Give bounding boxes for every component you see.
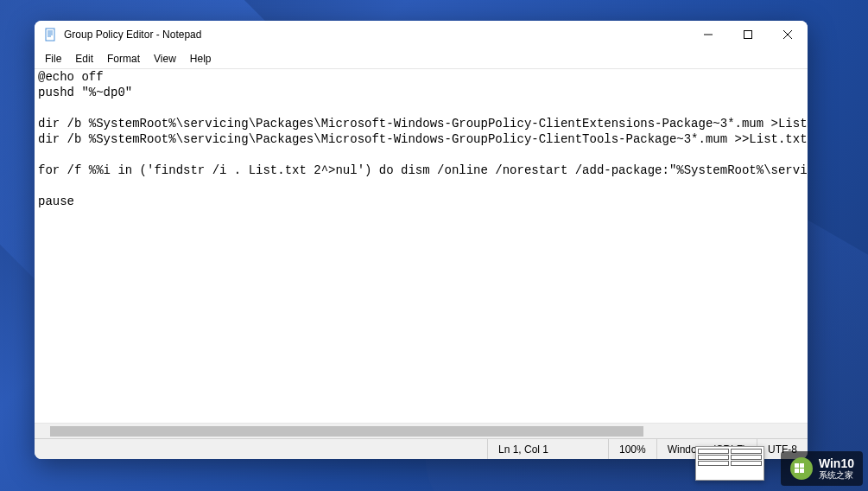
- titlebar[interactable]: Group Policy Editor - Notepad: [35, 21, 808, 48]
- editor-content[interactable]: @echo off pushd "%~dp0" dir /b %SystemRo…: [35, 69, 808, 423]
- scrollbar-track[interactable]: [50, 424, 792, 438]
- svg-rect-12: [795, 469, 799, 473]
- statusbar: Ln 1, Col 1 100% Windows (CRLF) UTF-8: [35, 438, 808, 459]
- svg-rect-11: [800, 463, 804, 468]
- svg-rect-13: [800, 469, 804, 473]
- watermark-subtitle: 系统之家: [819, 471, 854, 480]
- notepad-window: Group Policy Editor - Notepad File Edit …: [35, 21, 808, 459]
- menu-view[interactable]: View: [147, 51, 183, 67]
- horizontal-scrollbar[interactable]: [35, 423, 808, 438]
- menu-format[interactable]: Format: [100, 51, 147, 67]
- window-title: Group Policy Editor - Notepad: [64, 29, 688, 41]
- window-controls: [688, 21, 808, 48]
- close-button[interactable]: [768, 21, 808, 48]
- menu-file[interactable]: File: [38, 51, 68, 67]
- status-zoom: 100%: [608, 439, 656, 459]
- svg-rect-6: [744, 31, 752, 39]
- watermark-logo-icon: [789, 456, 814, 481]
- scrollbar-thumb[interactable]: [50, 426, 643, 437]
- menu-help[interactable]: Help: [183, 51, 219, 67]
- menu-edit[interactable]: Edit: [68, 51, 100, 67]
- watermark-text-group: Win10 系统之家: [819, 457, 854, 480]
- svg-rect-10: [795, 463, 799, 468]
- editor-area[interactable]: @echo off pushd "%~dp0" dir /b %SystemRo…: [35, 69, 808, 438]
- watermark: Win10 系统之家: [781, 451, 863, 486]
- maximize-button[interactable]: [728, 21, 768, 48]
- status-cursor-position: Ln 1, Col 1: [487, 439, 608, 459]
- minimize-button[interactable]: [688, 21, 728, 48]
- floating-panel: [695, 446, 764, 481]
- notepad-icon: [43, 28, 57, 41]
- watermark-title: Win10: [819, 457, 854, 469]
- menubar: File Edit Format View Help: [35, 48, 808, 69]
